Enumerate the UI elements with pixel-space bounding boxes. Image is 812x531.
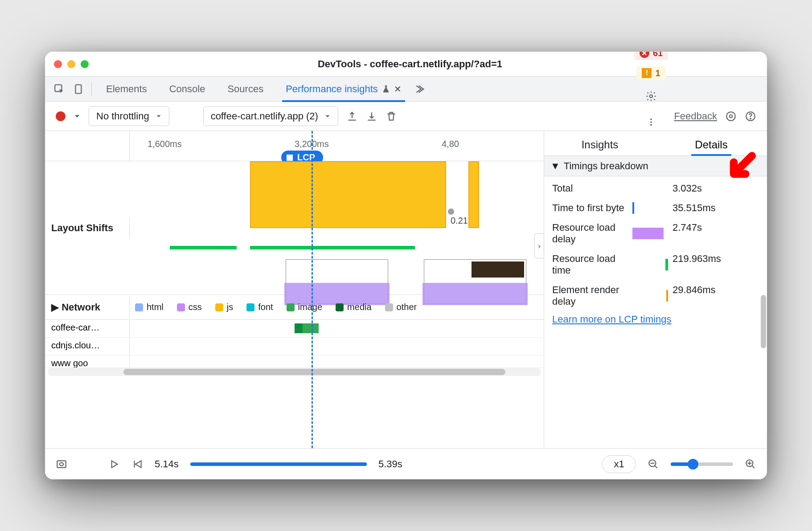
fullscreen-window-button[interactable] [81,60,89,68]
close-tab-icon[interactable]: ✕ [394,84,402,94]
tab-console-label: Console [169,83,205,95]
learn-more-link[interactable]: Learn more on LCP timings [544,314,767,331]
warnings-count: 1 [655,68,660,78]
svg-rect-10 [57,461,66,467]
timings-breakdown-table: Total 3.032s Time to first byte 35.515ms… [544,176,767,314]
legend-media: media [336,302,371,312]
play-button[interactable] [108,458,120,470]
tab-console[interactable]: Console [168,77,207,102]
layout-shift-block[interactable] [468,161,479,228]
kebab-menu-icon[interactable] [641,112,661,132]
section-title: Timings breakdown [564,160,648,172]
warnings-badge[interactable]: ! 1 [636,66,665,80]
svg-point-3 [650,118,652,120]
throttling-value: No throttling [96,110,149,122]
playback-speed-value: x1 [614,458,624,470]
metric-value: 29.846ms [673,284,759,307]
record-menu-icon[interactable] [74,113,81,120]
disclosure-triangle-icon: ▼ [550,160,560,172]
minimize-window-button[interactable] [67,60,75,68]
close-window-button[interactable] [54,60,62,68]
devtools-tabstrip: Elements Console Sources Performance ins… [45,77,767,102]
svg-point-2 [650,94,653,98]
playback-speed-button[interactable]: x1 [602,455,636,473]
more-tabs-icon[interactable] [411,79,431,99]
legend-other: other [385,302,417,312]
metric-value: 35.515ms [673,202,759,214]
metric-bar [665,259,668,270]
playhead-time: 5.14s [155,458,179,470]
ruler-tick-2: 3,200ms [295,139,329,149]
layout-shift-block[interactable] [250,161,446,228]
tab-performance-insights[interactable]: Performance insights ✕ [284,77,403,102]
warning-icon: ! [642,68,652,78]
network-row[interactable]: cdnjs.clou… [45,338,544,355]
throttling-select[interactable]: No throttling [89,106,169,126]
details-panel: Insights Details ▼ Timings breakdown Tot… [544,131,767,448]
device-toolbar-icon[interactable] [69,79,89,99]
preview-toggle-icon[interactable] [56,458,67,470]
network-row[interactable]: www goo [45,355,544,368]
annotation-arrow-icon [726,151,757,182]
tab-performance-insights-label: Performance insights [286,83,378,95]
cls-value: 0.21 [451,216,468,226]
vertical-scrollbar[interactable] [761,157,766,448]
metric-label: Time to first byte [552,202,628,214]
inspect-element-icon[interactable] [49,79,69,99]
errors-count: 61 [653,52,663,58]
time-slider[interactable] [190,462,367,466]
metric-label: Resource load delay [552,222,628,245]
main-area: 1,600ms 3,200ms 4,80 LCP Layout Shifts 0… [45,131,767,448]
svg-point-5 [650,124,652,126]
zoom-in-icon[interactable] [745,458,756,470]
horizontal-scrollbar[interactable] [48,368,541,376]
legend-css: css [177,302,202,312]
cls-point[interactable] [448,208,454,215]
layout-shifts-label: Layout Shifts [45,217,130,239]
import-icon[interactable] [366,110,377,122]
legend-image: image [287,302,322,312]
zoom-out-icon[interactable] [648,458,659,470]
metric-label: Resource load time [552,253,628,276]
network-label[interactable]: ▶ Network [45,296,130,319]
tab-sources[interactable]: Sources [226,77,265,102]
collapse-right-panel-button[interactable]: › [534,233,544,258]
end-time: 5.39s [378,458,402,470]
legend-js: js [215,302,233,312]
origin-value: coffee-cart.netlify.app (2) [211,110,318,122]
chevron-down-icon [156,113,162,119]
network-lane-header: ▶ Network html css js font image media o… [45,295,544,320]
layout-shifts-lane: Layout Shifts 0.21 [45,161,544,295]
lcp-square-icon [287,155,293,161]
svg-rect-1 [75,85,81,94]
zoom-slider[interactable] [671,462,733,466]
export-icon[interactable] [346,110,358,122]
origin-select[interactable]: coffee-cart.netlify.app (2) [203,106,338,126]
errors-badge[interactable]: ✕ 61 [634,52,668,60]
network-row-host: cdnjs.clou… [45,338,130,355]
flask-icon [381,85,390,94]
error-icon: ✕ [640,52,649,58]
network-row-host: coffee-car… [45,320,130,337]
metric-bar [632,202,634,214]
network-row[interactable]: coffee-car… [45,320,544,338]
layout-shifts-track[interactable]: 0.21 [130,161,544,294]
devtools-window: DevTools - coffee-cart.netlify.app/?ad=1… [45,52,767,479]
tab-insights[interactable]: Insights [544,139,656,155]
settings-icon[interactable] [641,86,661,106]
metric-label: Total [552,183,628,194]
metric-bar [632,228,664,239]
network-legend: html css js font image media other [130,295,544,319]
shift-score-bar [170,246,237,249]
metric-bar [666,290,668,302]
delete-icon[interactable] [385,110,397,122]
network-row-host: www goo [45,355,130,368]
metric-value: 219.963ms [673,253,759,276]
time-ruler[interactable]: 1,600ms 3,200ms 4,80 LCP [45,131,544,161]
record-button[interactable] [56,111,66,121]
ruler-tick-3: 4,80 [442,139,459,149]
tab-elements[interactable]: Elements [104,77,149,102]
ruler-tick-1: 1,600ms [148,139,182,149]
tab-elements-label: Elements [106,83,147,95]
rewind-button[interactable] [131,458,143,470]
